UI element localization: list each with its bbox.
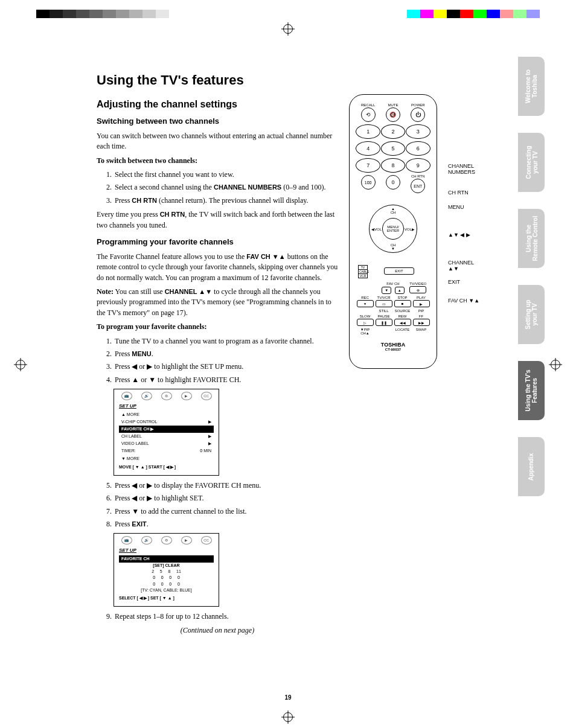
osd-icon: ⚙ xyxy=(161,392,172,400)
tab-appendix: Appendix xyxy=(518,437,545,496)
power-button: ⏻ xyxy=(411,107,425,122)
page-title: Using the TV's features xyxy=(97,72,435,88)
osd-row: CH LABEL▶ xyxy=(119,433,214,440)
mode-slider: TVCABLEVCR xyxy=(358,265,368,278)
body-text: You can switch between two channels with… xyxy=(97,131,338,152)
favch-down: ▼ xyxy=(382,287,391,294)
num-9: 9 xyxy=(406,158,430,173)
osd-icon: 📺 xyxy=(121,536,132,544)
callout-favch: FAV CH ▼▲ xyxy=(448,298,479,304)
body-text: Every time you press CH RTN, the TV will… xyxy=(97,209,338,231)
body-text: To switch between two channels: xyxy=(97,156,338,166)
osd-row: TIMER:0 MIN xyxy=(119,447,214,455)
stop-button: ■ xyxy=(394,300,411,307)
step: Press ◀ or ▶ to highlight SET. xyxy=(114,493,338,503)
osd-row: V-CHIP CONTROL▶ xyxy=(119,418,214,426)
osd-title: SET UP xyxy=(119,547,214,554)
registration-mark-right xyxy=(551,360,560,369)
model-number: CT-90037 xyxy=(356,348,430,351)
mute-button: 🔇 xyxy=(386,107,400,122)
osd-icon: 🔊 xyxy=(141,536,152,544)
osd-row-selected: FAVORITE CH ▶ xyxy=(119,426,214,433)
callout-chrtn: CH RTN xyxy=(448,190,469,196)
subsection-heading: Programming your favorite channels xyxy=(97,237,338,248)
tab-features: Using the TV's Features xyxy=(518,361,545,420)
exit-button: EXIT xyxy=(384,267,414,275)
osd-icon: 📺 xyxy=(121,392,132,400)
step: Press CH RTN (channel return). The previ… xyxy=(114,196,338,206)
steps-list: Press ◀ or ▶ to display the FAVORITE CH … xyxy=(97,481,338,530)
osd-icon: ▶ xyxy=(181,392,192,400)
callout-channel-numbers: CHANNEL NUMBERS xyxy=(448,163,475,175)
osd-icon: ⚙ xyxy=(161,536,172,544)
brand-logo: TOSHIBA xyxy=(356,342,430,348)
menu-enter-button: MENU/ ENTER xyxy=(382,218,404,240)
page-number: 19 xyxy=(0,694,576,701)
tab-connecting: Connecting your TV xyxy=(518,133,545,192)
step: Tune the TV to a channel you want to pro… xyxy=(114,336,338,346)
steps-list: Repeat steps 1–8 for up to 12 channels. xyxy=(97,611,338,622)
tab-remote: Using the Remote Control xyxy=(518,209,545,268)
num-7: 7 xyxy=(356,158,380,173)
tvvcr-button: ▭ xyxy=(376,300,392,307)
osd-icon: ▶ xyxy=(181,536,192,544)
callout-channel-ud: CHANNEL ▲▼ xyxy=(448,260,474,272)
osd-icon: CC xyxy=(201,536,212,544)
osd-row: VIDEO LABEL▶ xyxy=(119,440,214,447)
tvvideo-button: ⊕ xyxy=(409,286,426,293)
ent-button: ENT xyxy=(411,179,425,193)
osd-footer: SELECT [ ◀ ▶ ] SET [ ▼ ▲ ] xyxy=(119,593,214,601)
num-6: 6 xyxy=(406,141,430,156)
osd-menu-favorite: 📺 🔊 ⚙ ▶ CC SET UP FAVORITE CH [SET] CLEA… xyxy=(114,533,219,607)
num-100: 100 xyxy=(361,175,376,190)
play-button: ▶ xyxy=(413,300,430,307)
step: Select the first channel you want to vie… xyxy=(114,170,338,180)
remote-diagram: RECALL⟲ MUTE🔇 POWER⏻ 1 2 3 4 5 6 7 8 9 1… xyxy=(349,94,437,369)
osd-icon: CC xyxy=(201,392,212,400)
step: Repeat steps 1–8 for up to 12 channels. xyxy=(114,611,338,622)
step: Press ▲ or ▼ to highlight FAVORITE CH. xyxy=(114,375,338,385)
num-2: 2 xyxy=(381,124,406,139)
registration-mark-bottom xyxy=(283,712,293,722)
tab-setup: Setting up your TV xyxy=(518,285,545,344)
num-8: 8 xyxy=(381,158,406,173)
print-bw-bars xyxy=(36,10,169,18)
callout-exit: EXIT xyxy=(448,279,460,285)
num-0: 0 xyxy=(386,175,400,190)
callout-menu: MENU xyxy=(448,204,464,210)
num-3: 3 xyxy=(406,124,430,139)
osd-row: 0 0 0 0 xyxy=(119,581,214,587)
osd-menu-setup: 📺 🔊 ⚙ ▶ CC SET UP ▲ MORE V-CHIP CONTROL▶… xyxy=(114,389,219,476)
print-color-bars xyxy=(407,10,540,18)
tab-welcome: Welcome to Toshiba xyxy=(518,57,545,116)
step: Press EXIT. xyxy=(114,519,338,529)
num-4: 4 xyxy=(356,141,380,156)
osd-row: 2 5 8 11 xyxy=(119,569,214,575)
rew-button: ◀◀ xyxy=(394,319,411,326)
recall-button: ⟲ xyxy=(361,107,376,122)
osd-title: SET UP xyxy=(119,403,214,410)
osd-row: ▲ MORE xyxy=(119,411,214,418)
body-text: The Favorite Channel feature allows you … xyxy=(97,252,338,283)
step: Press ◀ or ▶ to highlight the SET UP men… xyxy=(114,362,338,372)
slow-button: ▷ xyxy=(357,319,374,326)
callout-arrows: ▲▼ ◀ ▶ xyxy=(448,232,470,238)
step: Select a second channel using the CHANNE… xyxy=(114,182,338,193)
dpad: ▲CH CH▼ ◀VOL VOL▶ MENU/ ENTER xyxy=(363,199,423,259)
registration-mark-left xyxy=(16,360,25,369)
osd-row: [SET] CLEAR xyxy=(119,563,214,569)
num-1: 1 xyxy=(356,124,380,139)
osd-row-selected: FAVORITE CH xyxy=(119,555,214,563)
osd-footer: MOVE [ ▼ ▲ ] START [ ◀ ▶ ] xyxy=(119,462,214,470)
pause-button: ❚❚ xyxy=(376,319,392,326)
continued-text: (Continued on next page) xyxy=(97,625,338,636)
ff-button: ▶▶ xyxy=(413,319,430,326)
osd-icon: 🔊 xyxy=(141,392,152,400)
side-tabs: Welcome to Toshiba Connecting your TV Us… xyxy=(518,57,545,513)
body-text: To program your favorite channels: xyxy=(97,322,338,332)
favch-up: ▲ xyxy=(395,287,405,294)
note-text: Note: You can still use CHANNEL ▲▼ to cy… xyxy=(97,287,338,318)
step: Press ◀ or ▶ to display the FAVORITE CH … xyxy=(114,481,338,491)
osd-row: 0 0 0 0 xyxy=(119,575,214,581)
text-column: Switching between two channels You can s… xyxy=(97,116,338,636)
